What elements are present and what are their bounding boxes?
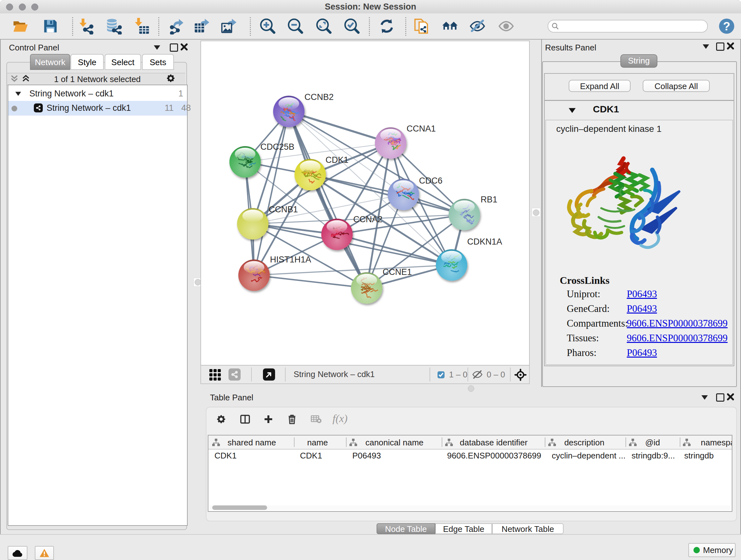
svg-text:CDK1: CDK1: [326, 155, 348, 165]
svg-text:CCNA1: CCNA1: [407, 124, 436, 133]
svg-text:CCNB1: CCNB1: [269, 205, 298, 214]
svg-text:HIST1H1A: HIST1H1A: [270, 255, 311, 264]
svg-text:RB1: RB1: [481, 195, 497, 204]
svg-text:CCNA2: CCNA2: [353, 214, 383, 224]
svg-text:CCNE1: CCNE1: [383, 267, 412, 277]
svg-text:CDC25B: CDC25B: [260, 142, 294, 152]
svg-text:CDKN1A: CDKN1A: [467, 237, 502, 246]
svg-text:CCNB2: CCNB2: [305, 92, 334, 102]
svg-text:?: ?: [723, 20, 731, 33]
svg-text:CDC6: CDC6: [419, 176, 443, 186]
